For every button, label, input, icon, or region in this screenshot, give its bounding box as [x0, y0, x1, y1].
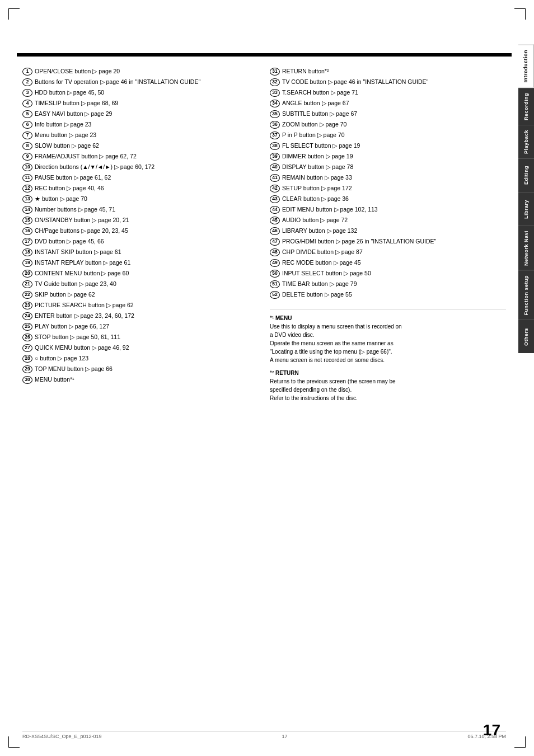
item-text: ○ button ▷ page 123	[35, 354, 259, 363]
sidebar-tab-library[interactable]: Library	[518, 192, 534, 226]
item-number: 20	[22, 270, 32, 278]
item-text: CHP DIVIDE button ▷ page 87	[282, 248, 506, 256]
item-text: TOP MENU button ▷ page 66	[35, 365, 259, 373]
item-number: 30	[22, 376, 32, 384]
sidebar-tab-recording[interactable]: Recording	[518, 88, 534, 125]
list-item: 28○ button ▷ page 123	[22, 354, 259, 363]
item-number: 44	[270, 206, 280, 214]
item-text: ZOOM button ▷ page 70	[282, 120, 506, 129]
list-item: 34ANGLE button ▷ page 67	[270, 99, 506, 107]
item-number: 39	[270, 153, 280, 161]
item-number: 7	[22, 132, 32, 139]
item-text: PLAY button ▷ page 66, 127	[35, 322, 259, 331]
corner-bl	[8, 736, 20, 748]
item-text: INPUT SELECT button ▷ page 50	[282, 269, 506, 278]
item-number: 10	[22, 163, 32, 171]
item-number: 18	[22, 248, 32, 256]
item-number: 5	[22, 110, 32, 118]
list-item: 5EASY NAVI button ▷ page 29	[22, 110, 259, 118]
list-item: 50INPUT SELECT button ▷ page 50	[270, 269, 506, 278]
bottom-left-text: RD-XS54SU/SC_Ope_E_p012-019	[22, 734, 102, 739]
list-item: 52DELETE button ▷ page 55	[270, 290, 506, 299]
item-number: 25	[22, 323, 32, 331]
footnote-title-1: MENU	[275, 315, 292, 321]
item-number: 19	[22, 259, 32, 267]
item-text: LIBRARY button ▷ page 132	[282, 227, 506, 235]
item-text: FRAME/ADJUST button ▷ page 62, 72	[35, 152, 259, 161]
sidebar: Introduction Recording Playback Editing …	[518, 45, 534, 353]
item-number: 12	[22, 185, 32, 192]
item-number: 41	[270, 174, 280, 182]
item-number: 51	[270, 280, 280, 288]
item-text: AUDIO button ▷ page 72	[282, 216, 506, 224]
item-text: ANGLE button ▷ page 67	[282, 99, 506, 107]
item-text: TIMESLIP button ▷ page 68, 69	[35, 99, 259, 107]
right-item-list: 31RETURN button*² 32TV CODE button ▷ pag…	[270, 67, 506, 299]
item-number: 27	[22, 344, 32, 352]
sidebar-tab-others[interactable]: Others	[518, 320, 534, 353]
item-text: Buttons for TV operation ▷ page 46 in "I…	[35, 78, 259, 86]
list-item: 41REMAIN button ▷ page 33	[270, 173, 506, 182]
item-text: EDIT MENU button ▷ page 102, 113	[282, 205, 506, 214]
list-item: 23PICTURE SEARCH button ▷ page 62	[22, 301, 259, 309]
item-number: 35	[270, 110, 280, 118]
item-number: 40	[270, 163, 280, 171]
item-text: P in P button ▷ page 70	[282, 131, 506, 139]
item-number: 21	[22, 280, 32, 288]
item-number: 14	[22, 206, 32, 214]
list-item: 48CHP DIVIDE button ▷ page 87	[270, 248, 506, 256]
list-item: 6Info button ▷ page 23	[22, 120, 259, 129]
list-item: 24ENTER button ▷ page 23, 24, 60, 172	[22, 312, 259, 320]
sidebar-tab-function-setup[interactable]: Function setup	[518, 270, 534, 320]
sidebar-tab-introduction[interactable]: Introduction	[518, 45, 534, 88]
page-number: 17	[483, 721, 500, 739]
item-text: SUBTITLE button ▷ page 67	[282, 110, 506, 118]
list-item: 27QUICK MENU button ▷ page 46, 92	[22, 344, 259, 352]
item-number: 11	[22, 174, 32, 182]
item-text: SETUP button ▷ page 172	[282, 184, 506, 192]
item-number: 48	[270, 248, 280, 256]
list-item: 10Direction buttons (▲/▼/◄/►) ▷ page 60,…	[22, 163, 259, 171]
item-text: QUICK MENU button ▷ page 46, 92	[35, 344, 259, 352]
list-item: 43CLEAR button ▷ page 36	[270, 195, 506, 203]
list-item: 16CH/Page buttons ▷ page 20, 23, 45	[22, 227, 259, 235]
list-item: 49REC MODE button ▷ page 45	[270, 259, 506, 267]
bottom-center-text: 17	[282, 734, 288, 739]
item-number: 3	[22, 89, 32, 97]
list-item: 18INSTANT SKIP button ▷ page 61	[22, 248, 259, 256]
list-item: 40DISPLAY button ▷ page 78	[270, 163, 506, 171]
list-item: 4TIMESLIP button ▷ page 68, 69	[22, 99, 259, 107]
item-number: 4	[22, 100, 32, 107]
item-text: MENU button*¹	[35, 375, 259, 384]
item-number: 46	[270, 227, 280, 235]
item-number: 17	[22, 238, 32, 246]
item-text: OPEN/CLOSE button ▷ page 20	[35, 67, 259, 76]
list-item: 21TV Guide button ▷ page 23, 40	[22, 280, 259, 288]
list-item: 29TOP MENU button ▷ page 66	[22, 365, 259, 373]
item-number: 49	[270, 259, 280, 267]
item-number: 31	[270, 68, 280, 76]
item-text: DELETE button ▷ page 55	[282, 290, 506, 299]
item-text: Info button ▷ page 23	[35, 120, 259, 129]
item-text: SLOW button ▷ page 62	[35, 142, 259, 150]
list-item: 42SETUP button ▷ page 172	[270, 184, 506, 192]
page-container: Introduction Recording Playback Editing …	[0, 0, 534, 756]
bottom-bar: RD-XS54SU/SC_Ope_E_p012-019 17 05.7.10, …	[22, 731, 506, 739]
list-item: 9FRAME/ADJUST button ▷ page 62, 72	[22, 152, 259, 161]
sidebar-tab-network-navi[interactable]: Network Navi	[518, 226, 534, 270]
footnote-ref-2: *²	[270, 370, 275, 376]
item-text: CLEAR button ▷ page 36	[282, 195, 506, 203]
item-number: 23	[22, 302, 32, 309]
item-text: REMAIN button ▷ page 33	[282, 173, 506, 182]
item-text: Menu button ▷ page 23	[35, 131, 259, 139]
list-item: 33T.SEARCH button ▷ page 71	[270, 88, 506, 97]
item-number: 36	[270, 121, 280, 129]
list-item: 7Menu button ▷ page 23	[22, 131, 259, 139]
item-number: 22	[22, 291, 32, 299]
sidebar-tab-playback[interactable]: Playback	[518, 125, 534, 158]
item-number: 1	[22, 68, 32, 76]
list-item: 32TV CODE button ▷ page 46 in "INSTALLAT…	[270, 78, 506, 86]
footer-notes: *¹ MENU Use this to display a menu scree…	[270, 309, 506, 402]
sidebar-tab-editing[interactable]: Editing	[518, 158, 534, 192]
item-text: Number buttons ▷ page 45, 71	[35, 205, 259, 214]
